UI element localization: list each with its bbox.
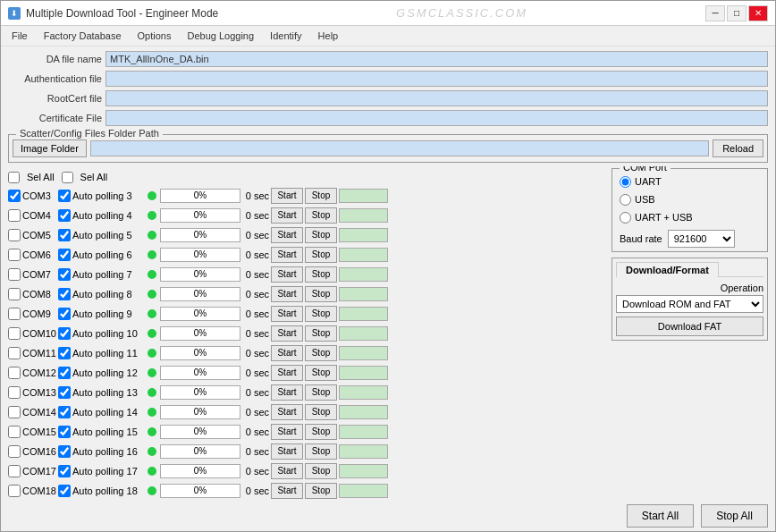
stop-button[interactable]: Stop [305, 483, 337, 499]
com-checkbox[interactable] [8, 327, 21, 340]
scatter-path-input[interactable] [90, 140, 709, 156]
poll-checkbox[interactable] [58, 465, 71, 477]
com-checkbox[interactable] [8, 229, 21, 241]
start-button[interactable]: Start [271, 306, 303, 322]
start-button[interactable]: Start [271, 483, 303, 499]
com-checkbox[interactable] [8, 406, 21, 418]
da-file-input[interactable] [105, 51, 768, 67]
start-button[interactable]: Start [271, 188, 303, 204]
uart-radio[interactable] [620, 176, 631, 188]
sel-all-checkbox-2[interactable] [62, 172, 73, 183]
start-button[interactable]: Start [271, 384, 303, 401]
stop-button[interactable]: Stop [305, 266, 337, 283]
com-checkbox[interactable] [8, 426, 21, 438]
reload-button[interactable]: Reload [713, 139, 763, 157]
close-button[interactable]: ✕ [748, 5, 768, 21]
start-button[interactable]: Start [271, 286, 303, 302]
poll-checkbox[interactable] [58, 327, 71, 340]
com-checkbox[interactable] [8, 308, 21, 320]
poll-checkbox[interactable] [58, 426, 71, 438]
poll-checkbox[interactable] [58, 445, 71, 458]
poll-checkbox[interactable] [58, 268, 71, 281]
com-checkbox[interactable] [8, 367, 21, 379]
com-checkbox[interactable] [8, 347, 21, 359]
cert-input[interactable] [105, 110, 768, 126]
start-button[interactable]: Start [271, 345, 303, 361]
auth-file-input[interactable] [105, 71, 768, 87]
com-checkbox[interactable] [8, 386, 21, 399]
download-fat-button[interactable]: Download FAT [616, 317, 763, 336]
left-panel: Sel All Sel All COM3 Auto polling 3 0% 0… [8, 168, 604, 528]
stop-button[interactable]: Stop [305, 345, 337, 361]
poll-checkbox[interactable] [58, 367, 71, 379]
operation-select[interactable]: Download ROM and FAT Download ROM Downlo… [616, 295, 763, 313]
poll-label: Auto polling 10 [72, 328, 146, 339]
stop-button[interactable]: Stop [305, 365, 337, 381]
stop-button[interactable]: Stop [305, 207, 337, 224]
rootcert-label: RootCert file [8, 93, 102, 104]
start-all-button[interactable]: Start All [627, 504, 694, 528]
menu-options[interactable]: Options [131, 28, 179, 44]
uart-usb-radio[interactable] [620, 212, 631, 224]
menu-factory-database[interactable]: Factory Database [37, 28, 129, 44]
baud-select[interactable]: 921600 460800 230400 115200 [668, 230, 735, 248]
poll-checkbox[interactable] [58, 229, 71, 241]
download-format-tab[interactable]: Download/Format [616, 262, 719, 277]
image-folder-button[interactable]: Image Folder [13, 139, 87, 157]
start-button[interactable]: Start [271, 207, 303, 224]
maximize-button[interactable]: □ [727, 5, 746, 21]
poll-checkbox[interactable] [58, 485, 71, 497]
menu-identify[interactable]: Identify [263, 28, 308, 44]
stop-button[interactable]: Stop [305, 404, 337, 420]
com-checkbox[interactable] [8, 485, 21, 497]
green-status-dot [148, 290, 156, 299]
com-checkbox[interactable] [8, 268, 21, 281]
stop-button[interactable]: Stop [305, 188, 337, 204]
com-checkbox[interactable] [8, 209, 21, 222]
start-button[interactable]: Start [271, 424, 303, 440]
com-checkbox[interactable] [8, 249, 21, 261]
com-checkbox[interactable] [8, 465, 21, 477]
com-row: COM10 Auto polling 10 0% 0 sec Start Sto… [8, 324, 604, 342]
start-button[interactable]: Start [271, 266, 303, 283]
start-button[interactable]: Start [271, 227, 303, 243]
stop-button[interactable]: Stop [305, 424, 337, 440]
sel-all-checkbox-1[interactable] [8, 172, 20, 183]
menu-help[interactable]: Help [311, 28, 346, 44]
start-button[interactable]: Start [271, 247, 303, 263]
start-button[interactable]: Start [271, 325, 303, 342]
poll-label: Auto polling 12 [72, 367, 146, 378]
stop-button[interactable]: Stop [305, 227, 337, 243]
stop-button[interactable]: Stop [305, 325, 337, 342]
com-checkbox[interactable] [8, 190, 21, 202]
stop-button[interactable]: Stop [305, 306, 337, 322]
menu-file[interactable]: File [4, 28, 35, 44]
poll-checkbox[interactable] [58, 406, 71, 418]
start-button[interactable]: Start [271, 463, 303, 479]
poll-checkbox[interactable] [58, 249, 71, 261]
rootcert-input[interactable] [105, 90, 768, 106]
poll-checkbox[interactable] [58, 386, 71, 399]
start-button[interactable]: Start [271, 404, 303, 420]
com-checkbox[interactable] [8, 445, 21, 458]
bottom-buttons: Start All Stop All [612, 504, 768, 528]
start-button[interactable]: Start [271, 365, 303, 381]
start-button[interactable]: Start [271, 443, 303, 460]
usb-radio[interactable] [620, 194, 631, 206]
menu-debug-logging[interactable]: Debug Logging [180, 28, 261, 44]
minimize-button[interactable]: ─ [705, 5, 725, 21]
uart-radio-row: UART [620, 173, 760, 190]
stop-button[interactable]: Stop [305, 443, 337, 460]
stop-button[interactable]: Stop [305, 463, 337, 479]
com-checkbox[interactable] [8, 288, 21, 300]
stop-all-button[interactable]: Stop All [701, 504, 768, 528]
stop-button[interactable]: Stop [305, 286, 337, 302]
poll-checkbox[interactable] [58, 308, 71, 320]
poll-checkbox[interactable] [58, 288, 71, 300]
poll-checkbox[interactable] [58, 209, 71, 222]
poll-checkbox[interactable] [58, 190, 71, 202]
green-progress-bar [339, 307, 388, 321]
stop-button[interactable]: Stop [305, 247, 337, 263]
stop-button[interactable]: Stop [305, 384, 337, 401]
poll-checkbox[interactable] [58, 347, 71, 359]
